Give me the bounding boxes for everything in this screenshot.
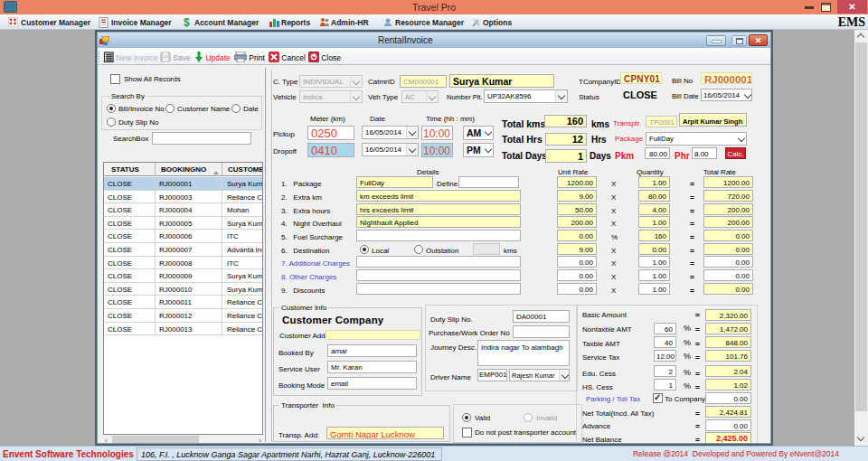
svg-text:$: $ (184, 17, 190, 28)
